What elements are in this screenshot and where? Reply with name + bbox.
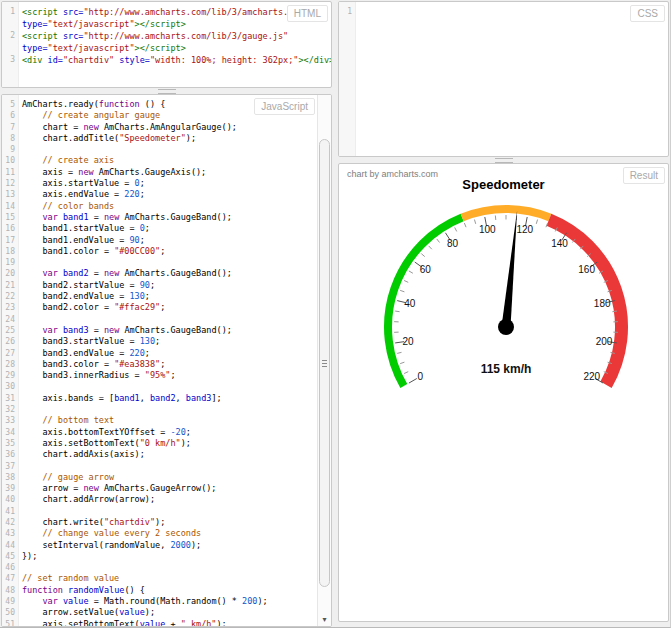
code-line: 1<script src="http://www.amcharts.com/li…: [2, 6, 331, 18]
code-line: 20 var band2 = new AmCharts.GaugeBand();: [2, 268, 317, 279]
code-line: 13 axis.endValue = 220;: [2, 189, 317, 200]
vertical-resize-handle[interactable]: [333, 0, 338, 628]
code-line: 11 axis = new AmCharts.GaugeAxis();: [2, 167, 317, 178]
svg-text:140: 140: [551, 238, 568, 249]
code-line: 47// set random value: [2, 573, 317, 584]
code-line: 45});: [2, 551, 317, 562]
code-line: 29 band3.innerRadius = "95%";: [2, 370, 317, 381]
css-code-editor[interactable]: 1: [339, 2, 668, 156]
code-line: 25 var band3 = new AmCharts.GaugeBand();: [2, 325, 317, 336]
code-line: 9: [2, 144, 317, 155]
code-line: 2<script src="http://www.amcharts.com/li…: [2, 30, 331, 42]
resize-grip-icon: [495, 158, 513, 163]
javascript-code-panel: JavaScript 5AmCharts.ready(function () {…: [1, 94, 332, 627]
code-line: 24: [2, 314, 317, 325]
scroll-down-arrow-icon[interactable]: ▾: [318, 613, 331, 626]
svg-text:220: 220: [583, 371, 600, 382]
svg-text:200: 200: [596, 336, 613, 347]
svg-text:120: 120: [516, 224, 533, 235]
chart-title: Speedometer: [339, 177, 668, 192]
code-line: 51 axis.setBottomText(value + " km/h");: [2, 619, 317, 626]
code-line: 44 setInterval(randomValue, 2000);: [2, 540, 317, 551]
code-line: 41: [2, 506, 317, 517]
code-line: 32: [2, 404, 317, 415]
horizontal-resize-handle[interactable]: [1, 88, 332, 93]
code-line: 34 axis.bottomTextYOffset = -20;: [2, 427, 317, 438]
code-line: 35 axis.setBottomText("0 km/h");: [2, 438, 317, 449]
vertical-scrollbar[interactable]: ▾: [317, 95, 331, 626]
javascript-code-editor[interactable]: 5AmCharts.ready(function () {6 // create…: [2, 95, 317, 626]
code-line: 40 chart.addArrow(arrow);: [2, 494, 317, 505]
code-line: 3<div id="chartdiv" style="width: 100%; …: [2, 54, 331, 66]
html-panel-badge: HTML: [287, 5, 328, 22]
code-line: 19: [2, 257, 317, 268]
code-line: 33 // bottom text: [2, 415, 317, 426]
code-line: 38 // gauge arrow: [2, 472, 317, 483]
code-line: 37: [2, 461, 317, 472]
svg-text:40: 40: [404, 298, 416, 309]
css-panel-badge: CSS: [630, 5, 665, 22]
javascript-panel-badge: JavaScript: [254, 98, 315, 115]
scrollbar-thumb[interactable]: [319, 139, 330, 587]
svg-text:80: 80: [447, 238, 459, 249]
code-line: type="text/javascript"></script>: [2, 18, 331, 30]
code-line: 26 band3.startValue = 130;: [2, 336, 317, 347]
speedometer-gauge-chart: 020406080100120140160180200220115 km/h: [339, 194, 669, 429]
code-line: 1: [339, 6, 668, 17]
svg-text:60: 60: [420, 264, 432, 275]
code-line: 46: [2, 562, 317, 573]
resize-grip-icon: [158, 89, 176, 94]
code-line: 10 // create axis: [2, 155, 317, 166]
code-line: 49 var value = Math.round(Math.random() …: [2, 596, 317, 607]
code-line: 16 band1.startValue = 0;: [2, 223, 317, 234]
code-line: 14 // color bands: [2, 201, 317, 212]
horizontal-resize-handle[interactable]: [338, 157, 669, 162]
svg-text:180: 180: [594, 298, 611, 309]
result-panel: Result chart by amcharts.com Speedometer…: [338, 163, 669, 622]
code-line: 42 chart.write("chartdiv");: [2, 517, 317, 528]
html-code-panel: HTML 1<script src="http://www.amcharts.c…: [1, 1, 332, 88]
html-code-editor[interactable]: 1<script src="http://www.amcharts.com/li…: [2, 2, 331, 87]
code-line: 12 axis.startValue = 0;: [2, 178, 317, 189]
code-line: 15 var band1 = new AmCharts.GaugeBand();: [2, 212, 317, 223]
code-line: 36 chart.addAxis(axis);: [2, 449, 317, 460]
result-panel-badge: Result: [623, 167, 665, 184]
scrollbar-grip-icon: [322, 360, 327, 367]
code-line: 23 band2.color = "#ffac29";: [2, 302, 317, 313]
code-line: 21 band2.startValue = 90;: [2, 280, 317, 291]
code-line: type="text/javascript"></script>: [2, 42, 331, 54]
fiddle-editor: HTML 1<script src="http://www.amcharts.c…: [0, 0, 671, 628]
amcharts-branding-link[interactable]: chart by amcharts.com: [347, 169, 438, 179]
css-code-panel: CSS 1: [338, 1, 669, 157]
code-line: 48function randomValue() {: [2, 585, 317, 596]
svg-text:160: 160: [578, 264, 595, 275]
svg-text:20: 20: [402, 336, 414, 347]
code-line: 39 arrow = new AmCharts.GaugeArrow();: [2, 483, 317, 494]
code-line: 31 axis.bands = [band1, band2, band3];: [2, 393, 317, 404]
code-line: 17 band1.endValue = 90;: [2, 235, 317, 246]
code-line: 18 band1.color = "#00CC00";: [2, 246, 317, 257]
code-line: 28 band3.color = "#ea3838";: [2, 359, 317, 370]
svg-text:100: 100: [479, 224, 496, 235]
svg-text:115 km/h: 115 km/h: [481, 362, 532, 376]
code-line: 22 band2.endValue = 130;: [2, 291, 317, 302]
code-line: 50 arrow.setValue(value);: [2, 607, 317, 618]
code-line: 8 chart.addTitle("Speedometer");: [2, 133, 317, 144]
code-line: 30: [2, 381, 317, 392]
svg-text:0: 0: [417, 371, 423, 382]
code-line: 43 // change value every 2 seconds: [2, 528, 317, 539]
code-line: 27 band3.endValue = 220;: [2, 348, 317, 359]
code-line: 7 chart = new AmCharts.AmAngularGauge();: [2, 122, 317, 133]
